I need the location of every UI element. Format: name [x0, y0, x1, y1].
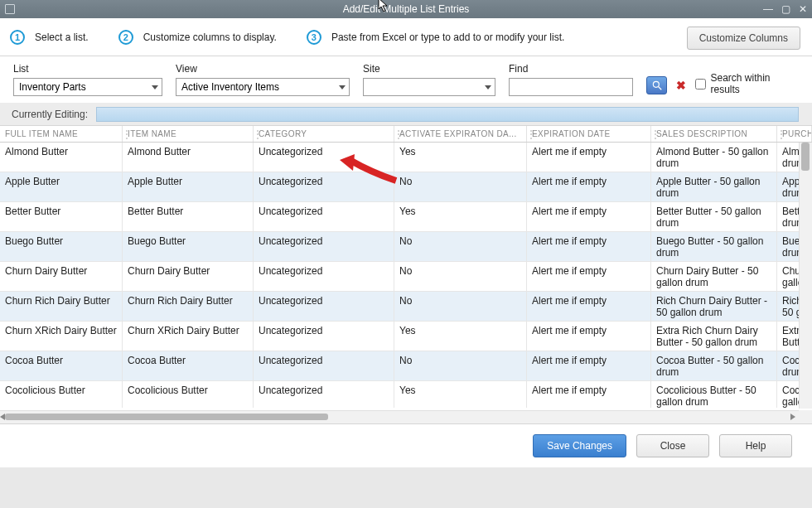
cell-act[interactable]: Yes — [394, 322, 527, 351]
cell-exp[interactable]: Alert me if empty — [527, 143, 651, 172]
step-1-badge: 1 — [10, 30, 25, 45]
cell-item[interactable]: Churn Dairy Butter — [123, 262, 254, 291]
cell-cat[interactable]: Uncategorized — [254, 322, 394, 351]
cell-sales[interactable]: Better Butter - 50 gallon drum — [651, 202, 777, 231]
cell-item[interactable]: Cocoa Butter — [123, 351, 254, 380]
cell-act[interactable]: No — [394, 232, 527, 261]
grid-body[interactable]: Almond ButterAlmond ButterUncategorizedY… — [0, 143, 812, 408]
cell-full[interactable]: Cocolicious Butter — [0, 381, 123, 408]
list-label: List — [13, 63, 162, 75]
cell-act[interactable]: Yes — [394, 202, 527, 231]
cell-full[interactable]: Better Butter — [0, 202, 123, 231]
cell-item[interactable]: Churn XRich Dairy Butter — [123, 322, 254, 351]
cell-act[interactable]: Yes — [394, 381, 527, 408]
step-2-badge: 2 — [118, 30, 133, 45]
cell-full[interactable]: Buego Butter — [0, 232, 123, 261]
table-row[interactable]: Churn XRich Dairy ButterChurn XRich Dair… — [0, 322, 812, 351]
cell-exp[interactable]: Alert me if empty — [527, 381, 651, 408]
view-dropdown[interactable]: Active Inventory Items — [176, 78, 350, 96]
cell-act[interactable]: No — [394, 292, 527, 321]
cell-sales[interactable]: Apple Butter - 50 gallon drum — [651, 172, 777, 201]
table-row[interactable]: Churn Dairy ButterChurn Dairy ButterUnca… — [0, 262, 812, 292]
scroll-right-icon[interactable] — [790, 414, 795, 420]
cell-exp[interactable]: Alert me if empty — [527, 262, 651, 291]
cell-cat[interactable]: Uncategorized — [254, 262, 394, 291]
cell-cat[interactable]: Uncategorized — [254, 143, 394, 172]
col-item-name[interactable]: ITEM NAME — [123, 126, 254, 142]
cell-sales[interactable]: Buego Butter - 50 gallon drum — [651, 232, 777, 261]
cell-sales[interactable]: Cocoa Butter - 50 gallon drum — [651, 351, 777, 380]
cell-cat[interactable]: Uncategorized — [254, 351, 394, 380]
cell-exp[interactable]: Alert me if empty — [527, 351, 651, 380]
close-button[interactable]: Close — [636, 434, 709, 457]
table-row[interactable]: Apple ButterApple ButterUncategorizedNoA… — [0, 172, 812, 202]
cell-exp[interactable]: Alert me if empty — [527, 232, 651, 261]
cell-full[interactable]: Churn XRich Dairy Butter — [0, 322, 123, 351]
close-icon[interactable]: ✕ — [799, 3, 807, 15]
cell-full[interactable]: Churn Rich Dairy Butter — [0, 292, 123, 321]
cell-full[interactable]: Churn Dairy Butter — [0, 262, 123, 291]
view-label: View — [176, 63, 350, 75]
cell-act[interactable]: No — [394, 262, 527, 291]
col-purchase[interactable]: PURCHA — [777, 126, 812, 142]
col-activate-expiration[interactable]: ACTIVATE EXPIRATON DA... — [394, 126, 527, 142]
cell-exp[interactable]: Alert me if empty — [527, 322, 651, 351]
scroll-thumb[interactable] — [5, 414, 328, 420]
find-input[interactable] — [509, 78, 633, 96]
list-dropdown[interactable]: Inventory Parts — [13, 78, 162, 96]
cell-exp[interactable]: Alert me if empty — [527, 202, 651, 231]
filter-row: List Inventory Parts View Active Invento… — [0, 56, 812, 103]
cell-full[interactable]: Cocoa Butter — [0, 351, 123, 380]
cell-act[interactable]: No — [394, 172, 527, 201]
cell-cat[interactable]: Uncategorized — [254, 172, 394, 201]
cell-exp[interactable]: Alert me if empty — [527, 172, 651, 201]
cell-sales[interactable]: Churn Dairy Butter - 50 gallon drum — [651, 262, 777, 291]
customize-columns-button[interactable]: Customize Columns — [687, 27, 800, 50]
horizontal-scrollbar[interactable] — [0, 410, 799, 423]
scroll-thumb[interactable] — [801, 143, 810, 171]
col-full-item-name[interactable]: FULL ITEM NAME — [0, 126, 123, 142]
table-row[interactable]: Cocoa ButterCocoa ButterUncategorizedNoA… — [0, 351, 812, 381]
steps-bar: 1 Select a list. 2 Customize columns to … — [0, 18, 812, 56]
site-dropdown[interactable] — [363, 78, 495, 96]
table-row[interactable]: Almond ButterAlmond ButterUncategorizedY… — [0, 143, 812, 172]
minimize-icon[interactable]: — — [763, 3, 773, 15]
cell-sales[interactable]: Extra Rich Churn Dairy Butter - 50 gallo… — [651, 322, 777, 351]
col-sales-description[interactable]: SALES DESCRIPTION — [651, 126, 777, 142]
cell-sales[interactable]: Almond Butter - 50 gallon drum — [651, 143, 777, 172]
chevron-down-icon — [152, 85, 158, 90]
cell-item[interactable]: Almond Butter — [123, 143, 254, 172]
clear-search-button[interactable]: ✖ — [672, 76, 689, 94]
find-label: Find — [509, 63, 633, 75]
cell-cat[interactable]: Uncategorized — [254, 292, 394, 321]
col-category[interactable]: CATEGORY — [254, 126, 394, 142]
cell-cat[interactable]: Uncategorized — [254, 202, 394, 231]
system-menu-icon[interactable] — [5, 4, 15, 14]
table-row[interactable]: Buego ButterBuego ButterUncategorizedNoA… — [0, 232, 812, 262]
save-changes-button[interactable]: Save Changes — [533, 434, 626, 457]
table-row[interactable]: Better ButterBetter ButterUncategorizedY… — [0, 202, 812, 232]
cell-full[interactable]: Apple Butter — [0, 172, 123, 201]
cell-sales[interactable]: Cocolicious Butter - 50 gallon drum — [651, 381, 777, 408]
cell-item[interactable]: Buego Butter — [123, 232, 254, 261]
vertical-scrollbar[interactable] — [799, 143, 812, 409]
cell-full[interactable]: Almond Butter — [0, 143, 123, 172]
cell-act[interactable]: Yes — [394, 143, 527, 172]
help-button[interactable]: Help — [719, 434, 792, 457]
maximize-icon[interactable]: ▢ — [781, 3, 790, 15]
table-row[interactable]: Churn Rich Dairy ButterChurn Rich Dairy … — [0, 292, 812, 322]
cell-exp[interactable]: Alert me if empty — [527, 292, 651, 321]
cell-sales[interactable]: Rich Churn Dairy Butter - 50 gallon drum — [651, 292, 777, 321]
cell-cat[interactable]: Uncategorized — [254, 232, 394, 261]
table-row[interactable]: Cocolicious ButterCocolicious ButterUnca… — [0, 381, 812, 408]
cell-item[interactable]: Better Butter — [123, 202, 254, 231]
currently-editing-field[interactable] — [96, 107, 799, 122]
cell-item[interactable]: Churn Rich Dairy Butter — [123, 292, 254, 321]
cell-item[interactable]: Apple Butter — [123, 172, 254, 201]
col-expiration-date[interactable]: EXPIRATION DATE — [527, 126, 651, 142]
search-button[interactable] — [646, 76, 667, 94]
search-within-checkbox[interactable] — [695, 79, 706, 90]
cell-act[interactable]: No — [394, 351, 527, 380]
cell-cat[interactable]: Uncategorized — [254, 381, 394, 408]
cell-item[interactable]: Cocolicious Butter — [123, 381, 254, 408]
